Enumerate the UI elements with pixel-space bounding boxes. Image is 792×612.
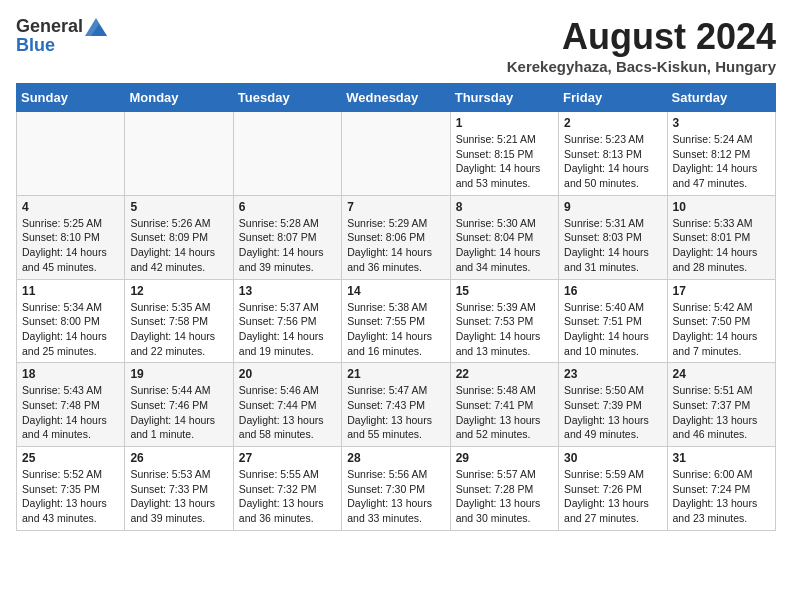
cell-content: Sunrise: 5:46 AMSunset: 7:44 PMDaylight:… xyxy=(239,383,336,442)
calendar-cell: 28Sunrise: 5:56 AMSunset: 7:30 PMDayligh… xyxy=(342,447,450,531)
cell-line: Sunrise: 5:33 AM xyxy=(673,217,753,229)
calendar-cell: 26Sunrise: 5:53 AMSunset: 7:33 PMDayligh… xyxy=(125,447,233,531)
calendar-cell: 5Sunrise: 5:26 AMSunset: 8:09 PMDaylight… xyxy=(125,195,233,279)
cell-content: Sunrise: 5:34 AMSunset: 8:00 PMDaylight:… xyxy=(22,300,119,359)
cell-content: Sunrise: 5:47 AMSunset: 7:43 PMDaylight:… xyxy=(347,383,444,442)
cell-line: Sunrise: 5:42 AM xyxy=(673,301,753,313)
cell-line: and 1 minute. xyxy=(130,428,194,440)
day-number: 26 xyxy=(130,451,227,465)
cell-content: Sunrise: 5:55 AMSunset: 7:32 PMDaylight:… xyxy=(239,467,336,526)
cell-line: Daylight: 13 hours xyxy=(239,497,324,509)
day-number: 17 xyxy=(673,284,770,298)
day-number: 2 xyxy=(564,116,661,130)
cell-line: Daylight: 14 hours xyxy=(239,330,324,342)
calendar-cell: 11Sunrise: 5:34 AMSunset: 8:00 PMDayligh… xyxy=(17,279,125,363)
cell-line: Sunrise: 5:51 AM xyxy=(673,384,753,396)
calendar-cell: 8Sunrise: 5:30 AMSunset: 8:04 PMDaylight… xyxy=(450,195,558,279)
cell-line: Sunrise: 5:55 AM xyxy=(239,468,319,480)
cell-line: Daylight: 14 hours xyxy=(673,246,758,258)
cell-line: Sunset: 7:55 PM xyxy=(347,315,425,327)
calendar-cell: 4Sunrise: 5:25 AMSunset: 8:10 PMDaylight… xyxy=(17,195,125,279)
cell-line: and 49 minutes. xyxy=(564,428,639,440)
cell-line: Sunset: 8:06 PM xyxy=(347,231,425,243)
cell-content: Sunrise: 5:59 AMSunset: 7:26 PMDaylight:… xyxy=(564,467,661,526)
cell-content: Sunrise: 5:28 AMSunset: 8:07 PMDaylight:… xyxy=(239,216,336,275)
cell-line: Sunset: 7:39 PM xyxy=(564,399,642,411)
cell-line: and 28 minutes. xyxy=(673,261,748,273)
cell-line: Daylight: 14 hours xyxy=(22,414,107,426)
cell-line: Sunset: 8:07 PM xyxy=(239,231,317,243)
cell-line: and 36 minutes. xyxy=(239,512,314,524)
cell-line: Daylight: 13 hours xyxy=(347,414,432,426)
calendar-cell: 25Sunrise: 5:52 AMSunset: 7:35 PMDayligh… xyxy=(17,447,125,531)
calendar-cell: 29Sunrise: 5:57 AMSunset: 7:28 PMDayligh… xyxy=(450,447,558,531)
weekday-header: Wednesday xyxy=(342,84,450,112)
logo-icon xyxy=(85,18,107,36)
calendar-cell: 2Sunrise: 5:23 AMSunset: 8:13 PMDaylight… xyxy=(559,112,667,196)
cell-content: Sunrise: 5:39 AMSunset: 7:53 PMDaylight:… xyxy=(456,300,553,359)
cell-line: Sunrise: 5:29 AM xyxy=(347,217,427,229)
page-header: General Blue August 2024 Kerekegyhaza, B… xyxy=(16,16,776,75)
cell-line: Sunset: 7:33 PM xyxy=(130,483,208,495)
calendar-cell: 6Sunrise: 5:28 AMSunset: 8:07 PMDaylight… xyxy=(233,195,341,279)
cell-line: Daylight: 14 hours xyxy=(347,246,432,258)
cell-content: Sunrise: 5:56 AMSunset: 7:30 PMDaylight:… xyxy=(347,467,444,526)
day-number: 18 xyxy=(22,367,119,381)
cell-line: Sunset: 7:48 PM xyxy=(22,399,100,411)
cell-line: Sunrise: 5:23 AM xyxy=(564,133,644,145)
weekday-header-row: SundayMondayTuesdayWednesdayThursdayFrid… xyxy=(17,84,776,112)
calendar-cell: 23Sunrise: 5:50 AMSunset: 7:39 PMDayligh… xyxy=(559,363,667,447)
cell-content: Sunrise: 5:29 AMSunset: 8:06 PMDaylight:… xyxy=(347,216,444,275)
cell-line: and 39 minutes. xyxy=(239,261,314,273)
cell-line: Daylight: 14 hours xyxy=(130,246,215,258)
cell-line: Sunrise: 5:39 AM xyxy=(456,301,536,313)
cell-line: Daylight: 13 hours xyxy=(22,497,107,509)
calendar-week-row: 18Sunrise: 5:43 AMSunset: 7:48 PMDayligh… xyxy=(17,363,776,447)
cell-line: Daylight: 14 hours xyxy=(22,246,107,258)
cell-line: Sunrise: 5:59 AM xyxy=(564,468,644,480)
title-area: August 2024 Kerekegyhaza, Bacs-Kiskun, H… xyxy=(507,16,776,75)
cell-line: and 23 minutes. xyxy=(673,512,748,524)
cell-line: Sunrise: 5:43 AM xyxy=(22,384,102,396)
cell-line: Sunset: 7:35 PM xyxy=(22,483,100,495)
cell-line: Sunset: 7:24 PM xyxy=(673,483,751,495)
cell-content: Sunrise: 5:37 AMSunset: 7:56 PMDaylight:… xyxy=(239,300,336,359)
cell-line: Sunrise: 5:35 AM xyxy=(130,301,210,313)
cell-line: and 45 minutes. xyxy=(22,261,97,273)
cell-line: Sunrise: 5:44 AM xyxy=(130,384,210,396)
day-number: 1 xyxy=(456,116,553,130)
day-number: 31 xyxy=(673,451,770,465)
calendar-cell: 12Sunrise: 5:35 AMSunset: 7:58 PMDayligh… xyxy=(125,279,233,363)
logo-blue-text: Blue xyxy=(16,35,55,56)
cell-content: Sunrise: 5:51 AMSunset: 7:37 PMDaylight:… xyxy=(673,383,770,442)
cell-line: and 58 minutes. xyxy=(239,428,314,440)
cell-line: and 53 minutes. xyxy=(456,177,531,189)
cell-content: Sunrise: 5:24 AMSunset: 8:12 PMDaylight:… xyxy=(673,132,770,191)
cell-line: Sunset: 8:15 PM xyxy=(456,148,534,160)
cell-line: and 33 minutes. xyxy=(347,512,422,524)
day-number: 4 xyxy=(22,200,119,214)
cell-line: Daylight: 13 hours xyxy=(347,497,432,509)
cell-line: and 42 minutes. xyxy=(130,261,205,273)
calendar-week-row: 25Sunrise: 5:52 AMSunset: 7:35 PMDayligh… xyxy=(17,447,776,531)
day-number: 8 xyxy=(456,200,553,214)
weekday-header: Monday xyxy=(125,84,233,112)
cell-line: and 47 minutes. xyxy=(673,177,748,189)
cell-line: Sunset: 7:37 PM xyxy=(673,399,751,411)
cell-line: and 36 minutes. xyxy=(347,261,422,273)
day-number: 22 xyxy=(456,367,553,381)
cell-line: Daylight: 13 hours xyxy=(239,414,324,426)
cell-content: Sunrise: 5:38 AMSunset: 7:55 PMDaylight:… xyxy=(347,300,444,359)
cell-line: Sunrise: 5:47 AM xyxy=(347,384,427,396)
day-number: 21 xyxy=(347,367,444,381)
cell-line: and 43 minutes. xyxy=(22,512,97,524)
calendar-cell: 16Sunrise: 5:40 AMSunset: 7:51 PMDayligh… xyxy=(559,279,667,363)
cell-line: and 55 minutes. xyxy=(347,428,422,440)
calendar-cell: 3Sunrise: 5:24 AMSunset: 8:12 PMDaylight… xyxy=(667,112,775,196)
cell-content: Sunrise: 5:25 AMSunset: 8:10 PMDaylight:… xyxy=(22,216,119,275)
cell-line: Sunset: 8:03 PM xyxy=(564,231,642,243)
cell-content: Sunrise: 5:40 AMSunset: 7:51 PMDaylight:… xyxy=(564,300,661,359)
cell-line: Daylight: 14 hours xyxy=(347,330,432,342)
day-number: 9 xyxy=(564,200,661,214)
calendar-cell: 17Sunrise: 5:42 AMSunset: 7:50 PMDayligh… xyxy=(667,279,775,363)
